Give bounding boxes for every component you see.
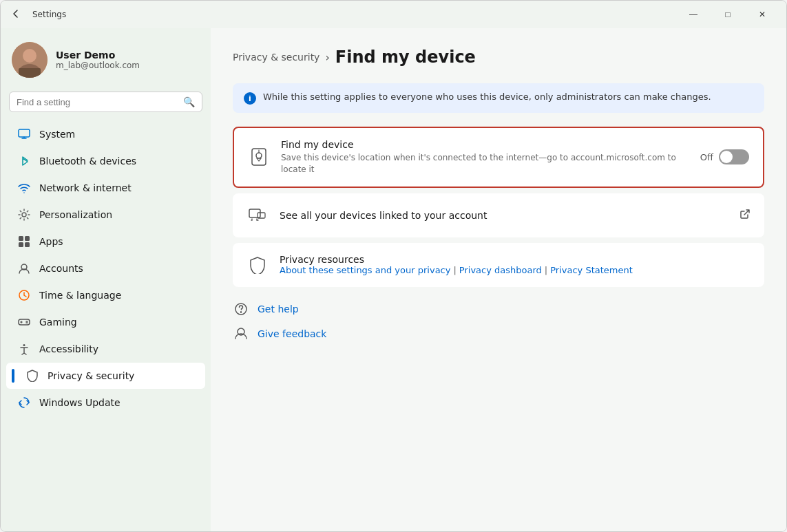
svg-rect-8 bbox=[19, 242, 23, 247]
linked-devices-row: See all your devices linked to your acco… bbox=[233, 193, 764, 237]
content-area: Privacy & security › Find my device i Wh… bbox=[211, 28, 786, 531]
sidebar-item-accessibility[interactable]: Accessibility bbox=[6, 336, 205, 362]
sidebar-item-label-personalization: Personalization bbox=[39, 209, 112, 220]
find-my-device-row: Find my device Save this device's locati… bbox=[234, 128, 763, 187]
svg-point-13 bbox=[23, 344, 25, 346]
sidebar-item-label-bluetooth: Bluetooth & devices bbox=[39, 156, 136, 167]
sidebar-item-time[interactable]: Time & language bbox=[6, 282, 205, 308]
toggle-label: Off bbox=[700, 152, 713, 162]
update-icon bbox=[17, 396, 31, 409]
resources-title: Privacy resources bbox=[280, 254, 633, 265]
info-icon: i bbox=[244, 92, 256, 105]
breadcrumb-parent: Privacy & security bbox=[233, 52, 319, 63]
network-icon bbox=[17, 181, 31, 195]
settings-window: Settings — □ ✕ User De bbox=[0, 0, 787, 532]
window-controls: — □ ✕ bbox=[678, 4, 778, 25]
title-bar-left: Settings bbox=[6, 6, 66, 24]
sidebar-item-label-gaming: Gaming bbox=[39, 317, 77, 328]
help-icon bbox=[233, 301, 249, 317]
info-banner: i While this setting applies to everyone… bbox=[233, 83, 764, 113]
sidebar: User Demo m_lab@outlook.com 🔍 bbox=[1, 28, 211, 531]
sidebar-item-accounts[interactable]: Accounts bbox=[6, 255, 205, 281]
apps-icon bbox=[17, 235, 31, 248]
minimize-button[interactable]: — bbox=[678, 4, 709, 25]
svg-rect-7 bbox=[25, 236, 30, 241]
svg-rect-6 bbox=[19, 236, 23, 241]
main-layout: User Demo m_lab@outlook.com 🔍 bbox=[1, 28, 786, 531]
breadcrumb-current: Find my device bbox=[335, 47, 476, 67]
user-name: User Demo bbox=[56, 50, 140, 61]
linked-devices-link: See all your devices linked to your acco… bbox=[280, 210, 728, 221]
system-icon bbox=[17, 127, 31, 141]
nav-list: System Bluetooth & devices bbox=[1, 120, 211, 416]
sidebar-item-label-accessibility: Accessibility bbox=[39, 343, 98, 354]
privacy-resources-card: Privacy resources About these settings a… bbox=[233, 243, 764, 287]
find-my-device-toggle[interactable] bbox=[719, 149, 749, 164]
avatar bbox=[12, 42, 48, 78]
resources-sep-1: | bbox=[545, 265, 547, 275]
accessibility-icon bbox=[17, 342, 31, 356]
find-my-device-desc: Save this device's location when it's co… bbox=[281, 152, 689, 175]
sidebar-item-label-time: Time & language bbox=[39, 290, 121, 301]
linked-devices-card[interactable]: See all your devices linked to your acco… bbox=[233, 193, 764, 237]
sidebar-item-label-privacy: Privacy & security bbox=[48, 370, 134, 381]
bluetooth-icon bbox=[17, 154, 31, 168]
find-my-device-title: Find my device bbox=[281, 139, 689, 150]
privacy-icon bbox=[25, 369, 39, 383]
sidebar-item-label-accounts: Accounts bbox=[39, 263, 83, 274]
close-button[interactable]: ✕ bbox=[746, 4, 778, 25]
sidebar-item-label-network: Network & internet bbox=[39, 182, 132, 193]
give-feedback-row[interactable]: Give feedback bbox=[233, 326, 764, 342]
toggle-knob bbox=[720, 151, 733, 163]
sidebar-item-label-update: Windows Update bbox=[39, 397, 120, 408]
title-bar: Settings — □ ✕ bbox=[1, 1, 786, 28]
user-profile[interactable]: User Demo m_lab@outlook.com bbox=[1, 28, 211, 89]
sidebar-item-label-system: System bbox=[39, 129, 75, 140]
sidebar-item-label-apps: Apps bbox=[39, 236, 63, 247]
resource-link-0[interactable]: About these settings and your privacy bbox=[280, 265, 450, 275]
resource-link-1[interactable]: Privacy dashboard bbox=[459, 265, 542, 275]
privacy-resources-row: Privacy resources About these settings a… bbox=[233, 243, 764, 287]
info-text: While this setting applies to everyone w… bbox=[263, 92, 711, 102]
sidebar-item-bluetooth[interactable]: Bluetooth & devices bbox=[6, 148, 205, 174]
find-my-device-content: Find my device Save this device's locati… bbox=[281, 139, 689, 175]
resources-inner: Privacy resources About these settings a… bbox=[246, 254, 633, 276]
sidebar-item-apps[interactable]: Apps bbox=[6, 228, 205, 255]
toggle-area: Off bbox=[700, 149, 749, 164]
user-info: User Demo m_lab@outlook.com bbox=[56, 50, 140, 70]
sidebar-item-system[interactable]: System bbox=[6, 121, 205, 147]
breadcrumb: Privacy & security › Find my device bbox=[233, 47, 764, 67]
sidebar-item-gaming[interactable]: Gaming bbox=[6, 309, 205, 335]
svg-point-15 bbox=[256, 153, 262, 158]
sidebar-item-privacy[interactable]: Privacy & security bbox=[6, 363, 205, 389]
search-box[interactable]: 🔍 bbox=[9, 92, 202, 112]
svg-rect-16 bbox=[249, 209, 260, 217]
give-feedback-text: Give feedback bbox=[258, 328, 326, 339]
svg-rect-4 bbox=[19, 129, 30, 137]
breadcrumb-separator: › bbox=[325, 51, 329, 64]
search-icon: 🔍 bbox=[183, 96, 195, 107]
get-help-text: Get help bbox=[258, 304, 299, 315]
resource-link-2[interactable]: Privacy Statement bbox=[550, 265, 633, 275]
accounts-icon bbox=[17, 262, 31, 275]
gaming-icon bbox=[17, 315, 31, 329]
find-my-device-card: Find my device Save this device's locati… bbox=[233, 127, 764, 188]
resources-icon bbox=[246, 254, 269, 276]
search-input[interactable] bbox=[17, 97, 178, 107]
maximize-button[interactable]: □ bbox=[712, 4, 744, 25]
get-help-row[interactable]: Get help bbox=[233, 301, 764, 317]
sidebar-item-network[interactable]: Network & internet bbox=[6, 175, 205, 201]
action-links: Get help Give feedback bbox=[233, 301, 764, 342]
sidebar-item-personalization[interactable]: Personalization bbox=[6, 202, 205, 228]
time-icon bbox=[17, 288, 31, 302]
svg-rect-3 bbox=[19, 68, 41, 78]
user-email: m_lab@outlook.com bbox=[56, 61, 140, 70]
svg-point-5 bbox=[22, 213, 26, 217]
resources-links: About these settings and your privacy | … bbox=[280, 265, 633, 275]
feedback-icon bbox=[233, 326, 249, 342]
sidebar-item-update[interactable]: Windows Update bbox=[6, 390, 205, 416]
resources-content: Privacy resources About these settings a… bbox=[280, 254, 633, 275]
linked-devices-icon bbox=[246, 204, 269, 226]
svg-rect-9 bbox=[25, 242, 30, 247]
back-button[interactable] bbox=[6, 6, 25, 24]
